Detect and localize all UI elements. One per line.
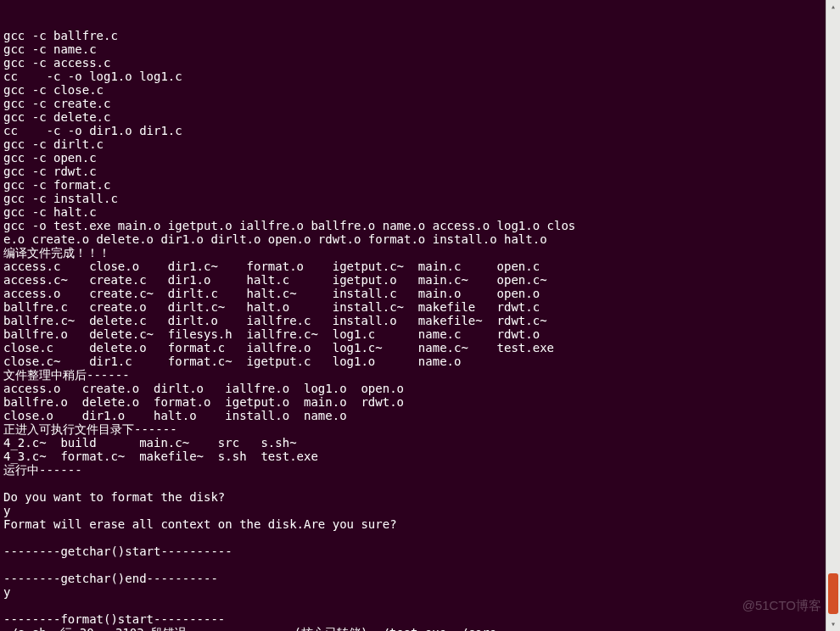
terminal-line: close.o dir1.o halt.o install.o name.o xyxy=(3,409,821,422)
terminal-line: ballfre.c~ delete.c dirlt.o iallfre.c in… xyxy=(3,314,821,327)
terminal-line: 正进入可执行文件目录下------ xyxy=(3,422,821,436)
terminal-line: gcc -c delete.c xyxy=(3,110,821,124)
terminal-line: e.o create.o delete.o dir1.o dirlt.o ope… xyxy=(3,232,821,246)
terminal-line: 4_3.c~ format.c~ makefile~ s.sh test.exe xyxy=(3,450,821,463)
scroll-up-icon[interactable]: ▴ xyxy=(826,0,840,14)
terminal-line: gcc -c install.c xyxy=(3,192,821,205)
terminal-line: gcc -c close.c xyxy=(3,83,821,97)
terminal-line: gcc -c rdwt.c xyxy=(3,165,821,178)
terminal-line: gcc -o test.exe main.o igetput.o iallfre… xyxy=(3,219,821,232)
terminal-line: gcc -c dirlt.c xyxy=(3,137,821,151)
terminal-line: 文件整理中稍后------ xyxy=(3,368,821,382)
terminal-line: access.o create.c~ dirlt.c halt.c~ insta… xyxy=(3,287,821,300)
terminal-line: y xyxy=(3,504,821,517)
terminal-line: gcc -c ballfre.c xyxy=(3,29,821,42)
terminal-line: close.c~ dir1.c format.c~ igetput.c log1… xyxy=(3,355,821,368)
terminal-line: cc -c -o log1.o log1.c xyxy=(3,70,821,83)
terminal-line xyxy=(3,531,821,544)
terminal-line xyxy=(3,477,821,490)
terminal-line: 编译文件完成！！！ xyxy=(3,246,821,260)
terminal-line: gcc -c halt.c xyxy=(3,205,821,219)
terminal-line: gcc -c format.c xyxy=(3,178,821,192)
scrollbar-thumb[interactable] xyxy=(828,573,838,614)
terminal-line: y xyxy=(3,585,821,599)
terminal-line: access.c~ create.c dir1.o halt.c igetput… xyxy=(3,273,821,287)
terminal-line: ballfre.o delete.o format.o igetput.o ma… xyxy=(3,395,821,409)
terminal-line: gcc -c create.c xyxy=(3,97,821,110)
terminal-line xyxy=(3,599,821,612)
terminal-line: --------getchar()end---------- xyxy=(3,572,821,585)
scrollbar[interactable]: ▴ ▾ xyxy=(826,0,840,631)
terminal-line: access.c close.o dir1.c~ format.o igetpu… xyxy=(3,260,821,273)
terminal-output[interactable]: gcc -c ballfre.cgcc -c name.cgcc -c acce… xyxy=(0,0,825,631)
terminal-line: cc -c -o dir1.o dir1.c xyxy=(3,124,821,137)
terminal-line: close.c delete.o format.c iallfre.o log1… xyxy=(3,341,821,355)
terminal-line: gcc -c access.c xyxy=(3,56,821,70)
terminal-line xyxy=(3,558,821,572)
terminal-line: 运行中------ xyxy=(3,463,821,477)
terminal-line: ballfre.o delete.c~ filesys.h iallfre.c~… xyxy=(3,327,821,341)
terminal-line: Do you want to format the disk? xyxy=(3,490,821,504)
terminal-line: 4_2.c~ build main.c~ src s.sh~ xyxy=(3,436,821,450)
terminal-line: access.o create.o dirlt.o iallfre.o log1… xyxy=(3,382,821,395)
terminal-line: --------format()start---------- xyxy=(3,612,821,626)
terminal-line: ballfre.c create.o dirlt.c~ halt.o insta… xyxy=(3,300,821,314)
terminal-line: --------getchar()start---------- xyxy=(3,544,821,558)
terminal-line: ./s.sh: 行 30: 3103 段错误 (核心已转储) ./test.ex… xyxy=(3,626,821,631)
terminal-line: Format will erase all context on the dis… xyxy=(3,517,821,531)
scroll-down-icon[interactable]: ▾ xyxy=(826,617,840,631)
terminal-line: gcc -c name.c xyxy=(3,42,821,56)
terminal-line: gcc -c open.c xyxy=(3,151,821,165)
